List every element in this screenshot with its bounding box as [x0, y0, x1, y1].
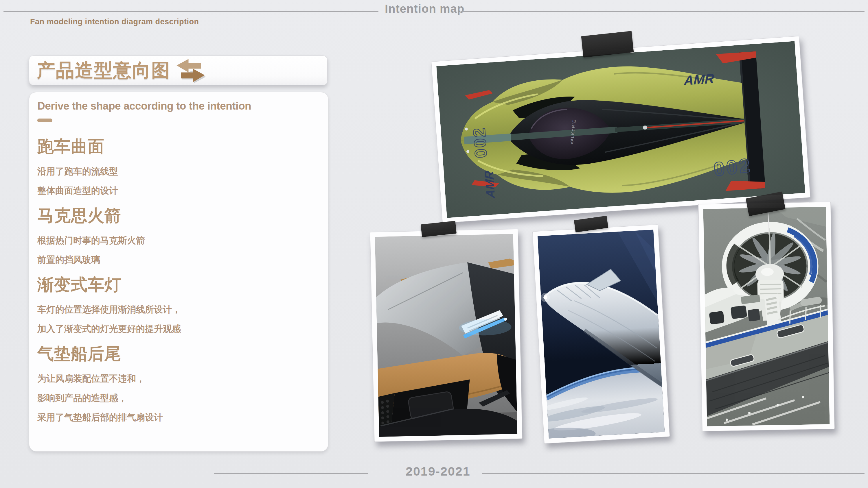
- intention-panel: Derive the shape according to the intent…: [29, 92, 329, 452]
- section-line: 根据热门时事的马克斯火箭: [37, 235, 319, 246]
- dash-divider: [37, 119, 52, 122]
- panel-lead: Derive the shape according to the intent…: [37, 100, 319, 112]
- amr-badge-bottom-left: AMR: [482, 170, 498, 199]
- section-line: 整体曲面造型的设计: [37, 186, 319, 196]
- section-line: 加入了渐变式的灯光更好的提升观感: [37, 324, 319, 334]
- section-heading-hovercraft-stern: 气垫船后尾: [37, 345, 319, 362]
- section-heading-sports-car: 跑车曲面: [37, 137, 319, 155]
- concept-car-illustration: [375, 234, 517, 437]
- car-number-left: 002: [470, 126, 490, 158]
- slide: Intention map Fan modeling intention dia…: [0, 0, 868, 488]
- bottom-rule-right: [482, 473, 865, 474]
- photo-supercar-top-view: 002 AMR AMR 002 VALKYRIE: [431, 36, 810, 223]
- bottom-rule-left: [214, 473, 368, 474]
- section-line: 影响到产品的造型感，: [37, 393, 319, 403]
- top-rule-right: [461, 11, 865, 12]
- section-line: 沿用了跑车的流线型: [37, 166, 319, 176]
- section-line: 前置的挡风玻璃: [37, 255, 319, 265]
- section-line: 为让风扇装配位置不违和，: [37, 373, 319, 384]
- section-line: 车灯的位置选择使用渐消线所设计，: [37, 304, 319, 315]
- swap-arrows-icon: [175, 58, 207, 85]
- amr-badge-top-right: AMR: [683, 71, 714, 88]
- photo-concept-car-front: [370, 229, 522, 442]
- hovercraft-illustration: PVH-3: [703, 207, 830, 426]
- rocket-illustration: [537, 230, 665, 438]
- section-header-card: 产品造型意向图: [29, 56, 328, 85]
- car-number-right: 002: [712, 154, 753, 180]
- section-heading-gradient-headlight: 渐变式车灯: [37, 275, 319, 293]
- slide-title: Intention map: [385, 2, 464, 15]
- section-heading-musk-rocket: 马克思火箭: [37, 206, 319, 224]
- footer-years: 2019-2021: [406, 464, 470, 479]
- photo-hovercraft-stern: PVH-3: [698, 202, 835, 431]
- section-line: 采用了气垫船后部的排气扇设计: [37, 412, 319, 423]
- top-rule-left: [3, 11, 378, 12]
- section-header-title: 产品造型意向图: [37, 58, 170, 83]
- slide-subtitle: Fan modeling intention diagram descripti…: [30, 18, 199, 26]
- supercar-illustration: 002 AMR AMR 002 VALKYRIE: [436, 41, 805, 218]
- photo-starship-rocket: [532, 224, 670, 444]
